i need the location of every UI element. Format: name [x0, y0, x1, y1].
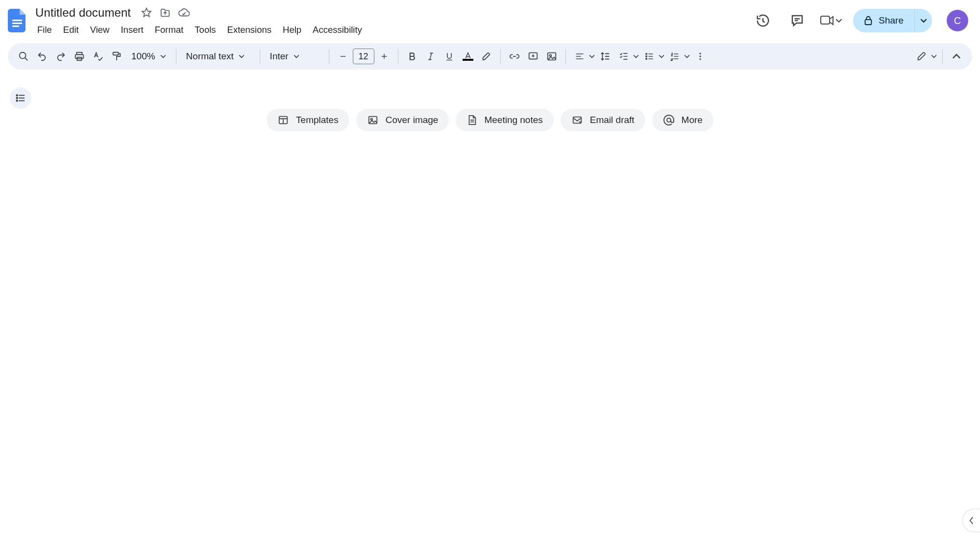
history-icon[interactable]: [751, 9, 775, 32]
move-icon[interactable]: [159, 7, 171, 19]
text-color-swatch: [463, 59, 473, 61]
line-spacing-button[interactable]: [596, 48, 614, 65]
svg-point-19: [16, 95, 18, 96]
email-icon: [571, 115, 583, 125]
svg-rect-0: [12, 20, 22, 21]
font-value: Inter: [270, 51, 289, 62]
svg-point-18: [699, 58, 701, 60]
more-tools-icon[interactable]: [691, 48, 709, 65]
increase-font-size[interactable]: [375, 48, 393, 65]
templates-icon: [277, 115, 289, 125]
chip-more[interactable]: More: [652, 109, 713, 131]
suggestion-chips: Templates Cover image Meeting notes Emai…: [0, 109, 980, 131]
caret-down-icon: [160, 53, 166, 59]
toolbar-container: 100% Normal text Inter 12: [0, 40, 980, 70]
collapse-toolbar-icon[interactable]: [948, 48, 965, 65]
menu-insert[interactable]: Insert: [116, 22, 148, 38]
lock-icon: [863, 15, 874, 26]
italic-button[interactable]: [422, 48, 440, 65]
menu-accessibility[interactable]: Accessibility: [308, 22, 367, 38]
svg-point-15: [646, 58, 647, 60]
numbered-list-button[interactable]: [666, 48, 690, 65]
menu-tools[interactable]: Tools: [190, 22, 220, 38]
caret-down-icon: [920, 17, 927, 24]
svg-point-24: [370, 118, 372, 120]
menu-view[interactable]: View: [85, 22, 115, 38]
comments-icon[interactable]: [785, 9, 809, 32]
paragraph-style-select[interactable]: Normal text: [181, 48, 255, 65]
add-comment-icon[interactable]: [524, 48, 542, 65]
cloud-status-icon[interactable]: [178, 7, 190, 19]
menu-extensions[interactable]: Extensions: [222, 22, 277, 38]
chip-meeting-notes[interactable]: Meeting notes: [456, 109, 553, 131]
header: Untitled document File Edit View Insert …: [0, 0, 980, 40]
caret-down-icon: [239, 53, 245, 59]
spellcheck-icon[interactable]: [89, 48, 107, 65]
align-button[interactable]: [571, 48, 595, 65]
redo-icon[interactable]: [52, 48, 70, 65]
chip-templates[interactable]: Templates: [267, 109, 349, 131]
zoom-select[interactable]: 100%: [126, 48, 171, 65]
svg-rect-3: [821, 16, 830, 24]
font-size-value: 12: [359, 51, 368, 62]
svg-point-26: [667, 118, 671, 122]
separator: [260, 49, 260, 64]
side-panel-toggle[interactable]: [962, 509, 980, 532]
outline-toggle[interactable]: [10, 87, 31, 109]
separator: [565, 49, 566, 64]
avatar[interactable]: C: [947, 10, 968, 31]
zoom-value: 100%: [131, 51, 155, 62]
bulleted-list-button[interactable]: [640, 48, 665, 65]
svg-point-16: [699, 53, 701, 54]
docs-logo[interactable]: [5, 8, 30, 33]
decrease-font-size[interactable]: [334, 48, 352, 65]
star-icon[interactable]: [141, 7, 152, 19]
caret-down-icon: [633, 53, 639, 59]
style-value: Normal text: [186, 51, 234, 62]
chip-email-draft[interactable]: Email draft: [561, 109, 645, 131]
chip-label: Email draft: [590, 115, 635, 125]
caret-down-icon: [588, 53, 595, 59]
caret-down-icon: [835, 17, 842, 24]
font-select[interactable]: Inter: [265, 48, 324, 65]
paint-format-icon[interactable]: [108, 48, 125, 65]
document-title[interactable]: Untitled document: [32, 5, 134, 21]
svg-rect-4: [865, 20, 872, 25]
svg-rect-7: [75, 54, 84, 58]
avatar-initial: C: [954, 15, 961, 26]
caret-down-icon: [658, 53, 665, 59]
editing-mode-button[interactable]: [913, 48, 937, 65]
highlight-button[interactable]: [478, 48, 495, 65]
undo-icon[interactable]: [33, 48, 51, 65]
menu-edit[interactable]: Edit: [58, 22, 84, 38]
chevron-left-icon: [969, 517, 975, 524]
insert-link-icon[interactable]: [506, 48, 523, 65]
caret-down-icon: [294, 53, 299, 59]
menu-help[interactable]: Help: [278, 22, 306, 38]
share-dropdown[interactable]: [914, 9, 932, 32]
header-left: Untitled document File Edit View Insert …: [30, 5, 367, 38]
share-button[interactable]: Share: [853, 9, 914, 32]
search-menus-icon[interactable]: [15, 48, 32, 65]
insert-image-icon[interactable]: [543, 48, 561, 65]
separator: [329, 49, 329, 64]
svg-point-21: [16, 100, 18, 101]
chip-cover-image[interactable]: Cover image: [356, 109, 449, 131]
svg-point-5: [20, 52, 26, 59]
bold-button[interactable]: [403, 48, 421, 65]
caret-down-icon: [931, 53, 937, 59]
svg-point-12: [549, 54, 551, 56]
svg-point-17: [699, 55, 701, 57]
share-button-group: Share: [853, 9, 932, 32]
print-icon[interactable]: [71, 48, 88, 65]
svg-rect-9: [113, 52, 119, 55]
checklist-button[interactable]: [615, 48, 639, 65]
underline-button[interactable]: [441, 48, 458, 65]
meet-button[interactable]: [820, 14, 842, 27]
menu-file[interactable]: File: [32, 22, 57, 38]
menu-format[interactable]: Format: [150, 22, 189, 38]
toolbar: 100% Normal text Inter 12: [8, 43, 972, 70]
font-size-input[interactable]: 12: [353, 49, 374, 64]
chip-label: Meeting notes: [484, 115, 542, 125]
text-color-button[interactable]: [459, 48, 477, 65]
